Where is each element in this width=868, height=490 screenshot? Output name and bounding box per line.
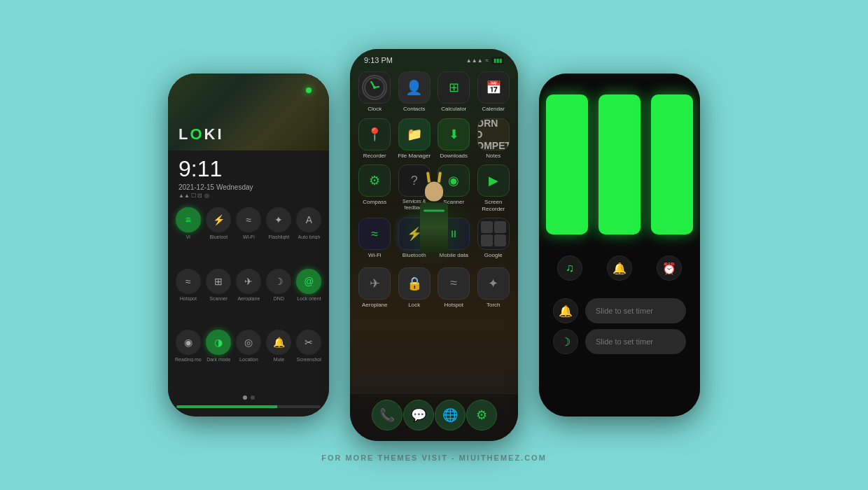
ctrl-aeroplane[interactable]: ✈ Aeroplane <box>236 269 262 326</box>
ctrl-wifi[interactable]: ≈ WI-Fi <box>236 207 262 265</box>
ctrl-reading-btn[interactable]: ◉ <box>176 330 201 355</box>
dock-settings-icon: ⚙ <box>476 407 487 423</box>
calendar-app-icon[interactable]: 📅 <box>477 71 510 104</box>
ctrl-scanner[interactable]: ⊞ Scanner <box>206 269 232 326</box>
ctrl-mute[interactable]: 🔔 Mute <box>266 330 292 387</box>
ctrl-flashlight-btn[interactable]: ✦ <box>266 207 291 232</box>
app-google[interactable]: Google <box>476 218 512 259</box>
ctrl-location-btn[interactable]: ◎ <box>236 330 261 355</box>
ctrl-scanner-btn[interactable]: ⊞ <box>206 269 231 294</box>
ctrl-hotspot[interactable]: ≈ Hotspot <box>175 269 202 326</box>
dot-2 <box>251 396 255 400</box>
ctrl-vi[interactable]: ≡ Vi <box>175 207 202 265</box>
dock-browser[interactable]: 🌐 <box>435 400 465 430</box>
hotspot-app-icon[interactable]: ≈ <box>438 267 470 300</box>
app-calendar[interactable]: 📅 Calendar <box>476 71 512 113</box>
lock-app-icon[interactable]: 🔒 <box>398 267 430 300</box>
ctrl-screenshot[interactable]: ✂ Screenshot <box>296 330 322 387</box>
ctrl-bluetooth[interactable]: ⚡ Bluetoot <box>206 207 232 265</box>
phone-2-screen: 9:13 PM ▲▲▲ ≈ ▮▮▮ <box>350 49 518 441</box>
ctrl-screenshot-btn[interactable]: ✂ <box>296 330 321 355</box>
app-services[interactable]: ? Services &feedback <box>397 164 433 212</box>
google-app-icon[interactable] <box>477 218 510 250</box>
ctrl-mute-label: Mute <box>274 357 285 362</box>
ctrl-flashlight[interactable]: ✦ Flashlight <box>266 207 292 265</box>
filemanager-app-icon[interactable]: 📁 <box>398 118 430 150</box>
screenrec-app-icon[interactable]: ▶ <box>477 164 510 197</box>
ctrl-location[interactable]: ◎ Location <box>236 330 262 387</box>
app-calculator[interactable]: ⊞ Calculator <box>436 71 472 113</box>
ctrl-lock-orient-btn[interactable]: @ <box>296 269 321 294</box>
lock-app-icon-glyph: 🔒 <box>407 276 422 291</box>
ctrl-dnd[interactable]: ☽ DND <box>266 269 292 326</box>
volume-slider[interactable] <box>176 405 321 408</box>
sleep-timer-icon: ☽ <box>553 329 578 354</box>
torch-app-icon[interactable]: ✦ <box>477 267 510 300</box>
notes-label: Notes <box>486 153 500 160</box>
ctrl-reading[interactable]: ◉ Reading mo <box>175 330 202 387</box>
phone-3: ♫ 🔔 ⏰ 🔔 Slide to set timer <box>539 74 700 416</box>
clock-label: Clock <box>368 106 382 113</box>
scanner-app-icon[interactable]: ◉ <box>438 164 470 197</box>
notes-app-icon[interactable]: BORNTOCOMPETE <box>477 118 510 150</box>
app-wifi[interactable]: ≈ Wi-Fi <box>357 218 393 259</box>
ctrl-wifi-btn[interactable]: ≈ <box>236 207 261 232</box>
phone-1-screen: LOKI 9:11 2021-12-15 Wednesday ▲▲ ☐ ⊡ ◎ … <box>168 74 329 416</box>
services-app-icon[interactable]: ? <box>398 164 430 197</box>
recorder-icon-glyph: 📍 <box>367 127 382 142</box>
alarm-timer-slider[interactable]: Slide to set timer <box>585 298 686 323</box>
app-mobiledata[interactable]: ⏸ Mobile data <box>436 218 472 259</box>
ctrl-darkmode-btn[interactable]: ◑ <box>206 330 231 355</box>
ctrl-brightness-label: Auto brigh <box>298 234 321 239</box>
ctrl-vi-btn[interactable]: ≡ <box>176 207 201 232</box>
vi-icon: ≡ <box>186 214 191 225</box>
p3-music-btn[interactable]: ♫ <box>557 255 582 281</box>
dock-phone[interactable]: 📞 <box>372 400 402 430</box>
mobiledata-app-icon[interactable]: ⏸ <box>438 218 470 250</box>
downloads-app-icon[interactable]: ⬇ <box>438 118 470 150</box>
ctrl-dnd-btn[interactable]: ☽ <box>266 269 291 294</box>
status-bar: ▲▲ ☐ ⊡ ◎ <box>178 192 318 199</box>
app-contacts[interactable]: 👤 Contacts <box>397 71 433 113</box>
ctrl-mute-btn[interactable]: 🔔 <box>266 330 291 355</box>
contacts-app-icon[interactable]: 👤 <box>398 71 430 104</box>
app-scanner[interactable]: ◉ Scanner <box>436 164 472 212</box>
compass-app-icon[interactable]: ⚙ <box>358 164 391 197</box>
app-filemanager[interactable]: 📁 File Manager <box>397 118 433 160</box>
dock-messages[interactable]: 💬 <box>403 400 434 430</box>
clock-app-icon[interactable] <box>358 71 391 104</box>
sleep-timer-glyph: ☽ <box>561 335 570 349</box>
recorder-app-icon[interactable]: 📍 <box>358 118 391 150</box>
downloads-icon-glyph: ⬇ <box>449 127 459 142</box>
app-compass[interactable]: ⚙ Compass <box>357 164 393 212</box>
ctrl-aeroplane-label: Aeroplane <box>237 296 260 301</box>
app-lock[interactable]: 🔒 Lock <box>397 267 433 309</box>
calculator-app-icon[interactable]: ⊞ <box>438 71 470 104</box>
reading-icon: ◉ <box>184 337 192 348</box>
app-recorder[interactable]: 📍 Recorder <box>357 118 393 160</box>
p3-alarm-btn[interactable]: 🔔 <box>607 255 632 281</box>
app-downloads[interactable]: ⬇ Downloads <box>436 118 472 160</box>
dock-settings[interactable]: ⚙ <box>466 400 497 430</box>
app-notes[interactable]: BORNTOCOMPETE Notes <box>476 118 512 160</box>
ctrl-wifi-label: WI-Fi <box>243 234 255 239</box>
mobiledata-label: Mobile data <box>440 252 468 259</box>
ctrl-aeroplane-btn[interactable]: ✈ <box>236 269 261 294</box>
app-torch[interactable]: ✦ Torch <box>476 267 512 309</box>
app-screenrec[interactable]: ▶ Screen Recorder <box>476 164 512 212</box>
ctrl-lock-orient[interactable]: @ Lock orient <box>296 269 322 326</box>
ctrl-hotspot-btn[interactable]: ≈ <box>176 269 201 294</box>
bluetooth-app-icon[interactable]: ⚡ <box>398 218 430 250</box>
wifi-app-icon[interactable]: ≈ <box>358 218 391 250</box>
p3-timer-btn[interactable]: ⏰ <box>657 255 682 281</box>
app-aeroplane[interactable]: ✈ Aeroplane <box>357 267 393 309</box>
sleep-timer-slider[interactable]: Slide to set timer <box>585 329 686 354</box>
app-bluetooth[interactable]: ⚡ Bluetooth <box>397 218 433 259</box>
ctrl-darkmode[interactable]: ◑ Dark mode <box>206 330 232 387</box>
aeroplane-app-icon[interactable]: ✈ <box>358 267 391 300</box>
ctrl-bluetooth-btn[interactable]: ⚡ <box>206 207 231 232</box>
app-hotspot[interactable]: ≈ Hotspot <box>436 267 472 309</box>
ctrl-brightness[interactable]: A Auto brigh <box>296 207 322 265</box>
ctrl-brightness-btn[interactable]: A <box>296 207 321 232</box>
app-clock[interactable]: Clock <box>357 71 393 113</box>
